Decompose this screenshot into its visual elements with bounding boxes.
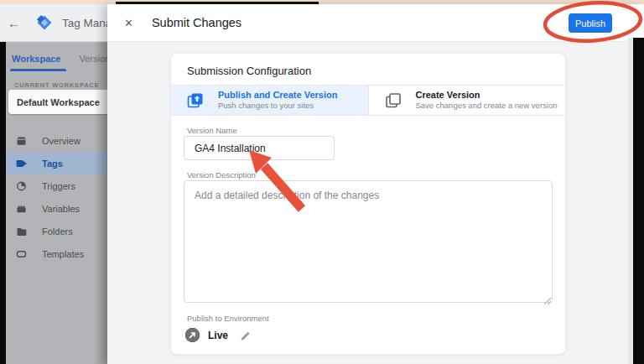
- sidebar-item-label: Folders: [42, 226, 73, 237]
- sidebar-tabs: Workspace Versions: [6, 42, 107, 71]
- sidebar-item-templates[interactable]: Templates: [6, 242, 107, 265]
- environment-name: Live: [208, 330, 228, 341]
- version-name-input[interactable]: [184, 136, 335, 160]
- resize-handle[interactable]: [543, 294, 552, 302]
- sidebar-item-label: Triggers: [42, 181, 75, 191]
- tab-workspace[interactable]: Workspace: [12, 54, 61, 71]
- option-title: Create Version: [416, 90, 558, 101]
- edit-environment-icon[interactable]: [240, 330, 251, 341]
- submit-changes-dialog: ✕ Submit Changes Publish Submission Conf…: [107, 4, 644, 364]
- option-create-version[interactable]: Create Version Save changes and create a…: [368, 86, 566, 115]
- folder-icon: [15, 226, 29, 237]
- sidebar-item-folders[interactable]: Folders: [6, 220, 107, 242]
- publish-version-icon: [187, 92, 204, 109]
- sidebar-item-label: Templates: [42, 249, 84, 259]
- submission-type-options: Publish and Create Version Push changes …: [171, 85, 565, 116]
- screenshot-root: ← Tag Manager Workspace Versions CURRENT…: [0, 0, 644, 364]
- template-icon: [15, 248, 29, 260]
- frame-left-edge: [0, 42, 6, 364]
- live-environment-icon: [184, 327, 200, 343]
- sidebar-item-overview[interactable]: Overview: [6, 129, 107, 152]
- gtm-header: ← Tag Manager: [0, 4, 107, 42]
- version-description-textarea[interactable]: [184, 180, 553, 303]
- version-description-label: Version Description: [187, 170, 256, 179]
- card-heading: Submission Configuration: [171, 54, 565, 77]
- variables-icon: [15, 203, 29, 215]
- back-icon[interactable]: ←: [8, 17, 20, 29]
- submission-configuration-card: Submission Configuration Publish and Cre…: [170, 53, 566, 355]
- sidebar-item-label: Tags: [42, 159, 63, 169]
- sidebar-item-tags[interactable]: Tags: [6, 152, 107, 174]
- tag-icon: [15, 158, 29, 169]
- publish-button[interactable]: Publish: [569, 13, 612, 33]
- sidebar-item-variables[interactable]: Variables: [6, 197, 107, 220]
- workspace-name: Default Workspace: [17, 97, 100, 107]
- sidebar-item-triggers[interactable]: Triggers: [6, 174, 107, 197]
- frame-right-edge: [633, 38, 644, 364]
- dialog-title: Submit Changes: [152, 16, 242, 29]
- option-publish-and-create-version[interactable]: Publish and Create Version Push changes …: [171, 86, 368, 115]
- publish-to-environment-label: Publish to Environment: [187, 314, 269, 323]
- workspace-selector[interactable]: Default Workspace: [8, 90, 107, 114]
- sidebar-item-label: Overview: [42, 136, 80, 146]
- tag-manager-logo-icon[interactable]: [34, 12, 55, 34]
- app-title: Tag Manager: [62, 17, 107, 29]
- sidebar-item-label: Variables: [42, 204, 80, 214]
- version-name-label: Version Name: [187, 126, 237, 135]
- trigger-icon: [15, 180, 29, 192]
- dialog-header: ✕ Submit Changes Publish: [107, 4, 644, 42]
- overview-icon: [15, 135, 29, 147]
- option-subtitle: Save changes and create a new version: [416, 101, 558, 111]
- environment-row: Live: [184, 327, 251, 343]
- current-workspace-label: CURRENT WORKSPACE: [14, 81, 107, 89]
- sidebar: Workspace Versions CURRENT WORKSPACE Def…: [6, 42, 107, 364]
- option-subtitle: Push changes to your sites: [218, 101, 337, 111]
- create-version-icon: [385, 92, 402, 109]
- tab-versions[interactable]: Versions: [80, 54, 108, 71]
- option-title: Publish and Create Version: [218, 90, 337, 101]
- sidebar-menu: Overview Tags Triggers Variables: [6, 129, 107, 265]
- close-icon[interactable]: ✕: [124, 17, 133, 29]
